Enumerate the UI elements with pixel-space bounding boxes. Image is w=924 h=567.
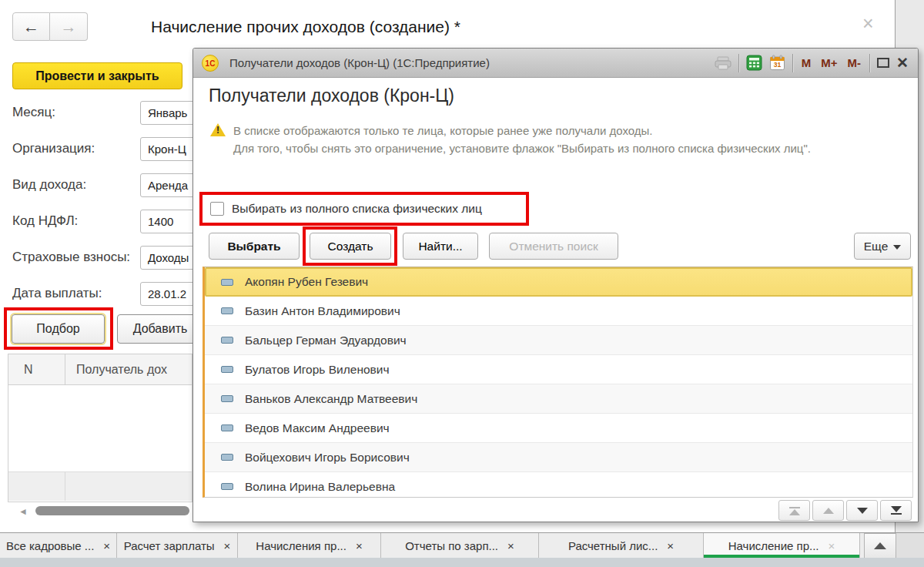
tab-label: Начисления пр... xyxy=(256,539,346,552)
field-label: Месяц: xyxy=(12,105,55,120)
field-label: Вид дохода: xyxy=(12,177,86,193)
titlebar-separator xyxy=(869,54,870,72)
more-button-label: Еще xyxy=(864,240,889,253)
tab-close-icon[interactable]: × xyxy=(103,539,110,552)
first-icon xyxy=(789,509,800,515)
form-row: Страховые взносы:Доходы xyxy=(12,246,192,270)
back-arrow-icon: ← xyxy=(23,18,39,35)
person-name: Ведов Максим Андреевич xyxy=(245,421,390,435)
go-last-button[interactable] xyxy=(880,500,912,521)
add-button[interactable]: Добавить xyxy=(117,314,203,344)
memory-m-button[interactable]: М xyxy=(800,56,813,69)
pick-button[interactable]: Подбор xyxy=(12,314,105,344)
cancel-search-button: Отменить поиск xyxy=(489,233,618,260)
person-icon xyxy=(221,279,233,286)
window-tab[interactable]: Отчеты по зарп...× xyxy=(381,533,539,558)
tabbar-scroll-up-button[interactable] xyxy=(864,533,896,558)
bar xyxy=(789,507,800,508)
tab-close-icon[interactable]: × xyxy=(507,539,514,552)
go-up-button[interactable] xyxy=(812,500,844,521)
scroll-left-icon[interactable]: ◄ xyxy=(18,506,28,517)
field-label: Дата выплаты: xyxy=(12,286,102,301)
person-icon xyxy=(221,307,233,314)
warning-text: В списке отображаются только те лица, ко… xyxy=(233,122,811,157)
window-tab[interactable]: Все кадровые ...× xyxy=(0,533,117,558)
person-name: Войцехович Игорь Борисович xyxy=(245,451,410,465)
recipients-table: N Получатель дох xyxy=(8,354,192,502)
horizontal-scrollbar[interactable]: ◄ xyxy=(8,505,189,516)
find-button[interactable]: Найти... xyxy=(403,233,478,260)
maximize-icon[interactable] xyxy=(877,58,889,68)
dialog-close-icon[interactable]: ✕ xyxy=(896,55,909,70)
list-item[interactable]: Войцехович Игорь Борисович xyxy=(205,443,912,472)
form-row: Код НДФЛ:1400 xyxy=(12,210,192,234)
go-first-button[interactable] xyxy=(778,500,810,521)
document-title: Начисление прочих доходов (создание) * xyxy=(151,18,460,36)
memory-mplus-button[interactable]: М+ xyxy=(819,56,839,69)
post-and-close-button[interactable]: Провести и закрыть xyxy=(12,62,182,89)
back-button[interactable]: ← xyxy=(12,12,50,41)
history-nav: ← → xyxy=(12,12,88,41)
bottom-strip xyxy=(0,558,924,567)
form-row: Организация:Крон-Ц xyxy=(12,137,192,162)
document-close-icon[interactable]: × xyxy=(862,12,874,35)
tab-close-icon[interactable]: × xyxy=(829,539,835,552)
list-item[interactable]: Ведов Максим Андреевич xyxy=(205,414,912,443)
list-item[interactable]: Базин Антон Владимирович xyxy=(205,297,912,326)
dialog-titlebar[interactable]: 1С Получатели доходов (Крон-Ц) (1С:Предп… xyxy=(193,49,918,78)
recipients-table-footer xyxy=(8,472,192,501)
titlebar-separator xyxy=(792,54,793,72)
select-button[interactable]: Выбрать xyxy=(209,233,300,260)
person-icon xyxy=(221,395,233,402)
tab-close-icon[interactable]: × xyxy=(356,539,363,552)
memory-mminus-button[interactable]: М- xyxy=(846,56,863,69)
person-icon xyxy=(221,483,233,490)
person-name: Бальцер Герман Эдуардович xyxy=(245,334,407,347)
full-list-checkbox[interactable] xyxy=(210,202,224,216)
create-button[interactable]: Создать xyxy=(310,233,391,260)
open-windows-tabbar: Все кадровые ...×Расчет зарплаты×Начисле… xyxy=(0,532,924,558)
list-item[interactable]: Булатов Игорь Виленович xyxy=(205,355,912,384)
form-row: Вид дохода:Аренда xyxy=(12,173,192,198)
person-icon xyxy=(221,424,233,431)
list-item[interactable]: Волина Ирина Валерьевна xyxy=(205,472,912,498)
more-button[interactable]: Еще xyxy=(854,233,911,260)
list-item[interactable]: Ваньков Александр Матвеевич xyxy=(205,384,912,414)
recipients-dialog: 1С Получатели доходов (Крон-Ц) (1С:Предп… xyxy=(192,48,919,522)
column-header-recipient[interactable]: Получатель дох xyxy=(65,354,192,384)
tab-close-icon[interactable]: × xyxy=(224,539,231,552)
tab-label: Расчет зарплаты xyxy=(124,539,215,552)
go-down-button[interactable] xyxy=(846,500,878,521)
tab-close-icon[interactable]: × xyxy=(667,539,674,552)
calculator-icon[interactable] xyxy=(746,55,762,71)
tab-label: Отчеты по зарп... xyxy=(405,539,498,552)
chevron-down-icon xyxy=(893,245,901,250)
person-name: Булатов Игорь Виленович xyxy=(245,363,390,377)
tabbar-filler xyxy=(896,533,924,558)
field-label: Организация: xyxy=(12,141,95,156)
window-tab[interactable]: Расчетный лис...× xyxy=(539,533,704,558)
person-name: Ваньков Александр Матвеевич xyxy=(245,392,417,406)
window-tab[interactable]: Начисление пр...× xyxy=(704,533,860,558)
window-tab[interactable]: Расчет зарплаты× xyxy=(117,533,238,558)
forward-arrow-icon: → xyxy=(61,18,77,35)
calendar-icon[interactable]: 31 xyxy=(769,55,785,71)
window-tab[interactable]: Начисления пр...× xyxy=(238,533,381,558)
tab-label: Начисление пр... xyxy=(728,539,819,552)
recipients-list[interactable]: Акопян Рубен ГезевичБазин Антон Владимир… xyxy=(203,267,913,498)
field-label: Страховые взносы: xyxy=(12,250,130,265)
forward-button[interactable]: → xyxy=(50,12,88,41)
list-navigation xyxy=(778,500,912,521)
list-item[interactable]: Акопян Рубен Гезевич xyxy=(205,267,912,297)
form-row: Месяц:Январь xyxy=(12,101,192,126)
1c-logo-icon: 1С xyxy=(202,55,219,72)
list-item[interactable]: Бальцер Герман Эдуардович xyxy=(205,326,912,355)
bar xyxy=(891,513,902,515)
scrollbar-thumb[interactable] xyxy=(35,506,189,515)
person-name: Базин Антон Владимирович xyxy=(245,304,400,318)
column-header-n[interactable]: N xyxy=(8,354,65,384)
tab-label: Расчетный лис... xyxy=(568,539,658,552)
person-icon xyxy=(221,337,233,344)
print-icon[interactable] xyxy=(715,56,732,70)
person-name: Волина Ирина Валерьевна xyxy=(245,480,395,494)
